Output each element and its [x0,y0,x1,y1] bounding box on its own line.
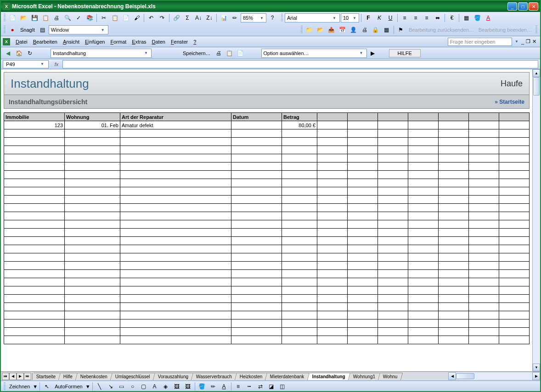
toolbar-handle[interactable] [4,382,6,391]
cell-blank[interactable] [408,328,439,336]
sheet-selector-value[interactable] [51,49,143,57]
cell-blank[interactable] [499,162,530,171]
menu-format[interactable]: Format [107,38,129,45]
cell-blank[interactable] [65,278,120,286]
cell-blank[interactable] [4,162,65,171]
arrow-icon[interactable]: ↘ [106,381,116,392]
cell-blank[interactable] [469,146,499,154]
table-row[interactable] [4,229,530,237]
3d-icon[interactable]: ◫ [277,381,287,392]
cell-blank[interactable] [439,237,469,245]
cell-blank[interactable] [469,196,499,204]
menu-?[interactable]: ? [191,38,199,45]
spellcheck-icon[interactable]: ✓ [73,13,84,23]
option-value[interactable] [262,49,358,57]
document-lock-icon[interactable]: 🔒 [371,25,381,35]
cell-blank[interactable] [408,146,439,154]
cell-blank[interactable] [282,187,317,196]
cell-blank[interactable] [4,278,65,286]
cell-datum[interactable] [231,121,282,129]
chevron-down-icon[interactable]: ▼ [351,16,358,20]
menu-daten[interactable]: Daten [149,38,168,45]
cell-blank[interactable] [4,146,65,154]
table-row[interactable] [4,146,530,154]
nav-back-icon[interactable]: ◀ [3,48,13,58]
paste-icon[interactable]: 📄 [121,13,131,23]
cell-blank[interactable] [348,146,378,154]
cell-blank[interactable] [231,319,282,328]
help-search-input[interactable] [448,38,512,46]
bold-icon[interactable]: F [363,13,373,23]
cell-blank[interactable] [317,245,348,253]
cell-blank[interactable] [378,138,408,146]
autosum-icon[interactable]: Σ [182,13,192,23]
calendar-icon[interactable]: 📅 [338,25,348,35]
cell-blank[interactable] [348,121,378,129]
cell-blank[interactable] [231,328,282,336]
go-icon[interactable]: ▶ [368,48,378,58]
table-row[interactable] [4,319,530,328]
cell-blank[interactable] [317,162,348,171]
cell-blank[interactable] [65,187,120,196]
nav-refresh-icon[interactable]: ↻ [25,48,35,58]
cell-blank[interactable] [120,262,231,270]
cell-blank[interactable] [408,336,439,344]
cell-blank[interactable] [469,311,499,319]
fx-icon[interactable]: fx [52,62,61,67]
document-icon[interactable]: 📄 [236,48,246,58]
cell-blank[interactable] [317,146,348,154]
cell-blank[interactable] [231,129,282,138]
italic-icon[interactable]: K [374,13,384,23]
scroll-track[interactable] [533,77,540,364]
cell-blank[interactable] [282,295,317,303]
cell-blank[interactable] [282,129,317,138]
sort-asc-icon[interactable]: A↓ [193,13,203,23]
cell-blank[interactable] [120,278,231,286]
folder-open-icon[interactable]: 📂 [316,25,326,35]
cell-blank[interactable] [408,162,439,171]
cell-blank[interactable] [317,129,348,138]
cell-blank[interactable] [65,204,120,212]
cell-blank[interactable] [469,179,499,187]
cell-blank[interactable] [231,336,282,344]
nav-home-icon[interactable]: 🏠 [14,48,24,58]
cell-blank[interactable] [282,171,317,179]
menu-fenster[interactable]: Fenster [168,38,191,45]
tab-prev-icon[interactable]: ◀ [9,373,17,380]
cell-blank[interactable] [65,220,120,229]
cell-blank[interactable] [317,187,348,196]
cell-blank[interactable] [4,245,65,253]
cell-blank[interactable] [408,278,439,286]
cell-blank[interactable] [469,336,499,344]
cell-blank[interactable] [317,253,348,262]
cell-blank[interactable] [378,278,408,286]
cell-blank[interactable] [378,212,408,220]
toolbar-handle[interactable] [535,26,537,34]
tab-next-icon[interactable]: ▶ [17,373,24,380]
toolbar-handle[interactable] [4,14,6,22]
cell-blank[interactable] [348,319,378,328]
cell-blank[interactable] [408,212,439,220]
tab-last-icon[interactable]: ⏭ [24,373,31,380]
table-row[interactable] [4,204,530,212]
cell-blank[interactable] [348,196,378,204]
cell-blank[interactable] [231,262,282,270]
open-folder-icon[interactable]: 📂 [18,13,28,23]
cell-blank[interactable] [378,319,408,328]
cell-blank[interactable] [120,237,231,245]
snagit-target-dropdown[interactable]: ▼ [49,25,108,34]
folder-icon[interactable]: 📁 [304,25,315,35]
cell-blank[interactable] [282,154,317,162]
font-size-dropdown[interactable]: ▼ [341,13,359,22]
cell-blank[interactable] [408,237,439,245]
cell-blank[interactable] [317,319,348,328]
share-up-icon[interactable]: 📤 [327,25,337,35]
scroll-up-icon[interactable]: ▲ [533,69,540,77]
align-left-icon[interactable]: ≡ [400,13,410,23]
toolbar-handle[interactable] [301,26,303,34]
cell-blank[interactable] [499,336,530,344]
cell-blank[interactable] [120,171,231,179]
cell-blank[interactable] [231,245,282,253]
cell-blank[interactable] [499,270,530,278]
toolbar-handle[interactable] [281,14,283,22]
